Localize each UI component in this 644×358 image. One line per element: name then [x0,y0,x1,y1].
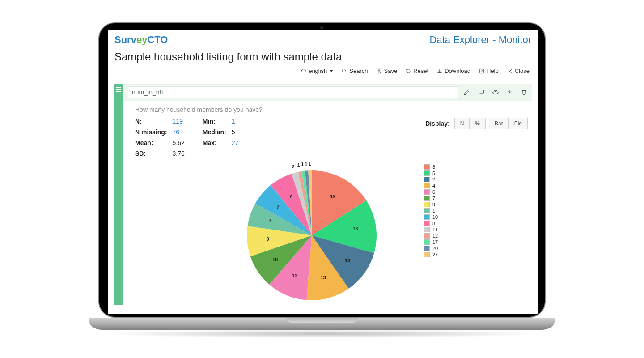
trash-icon[interactable] [521,89,528,96]
close-button[interactable]: Close [507,68,530,74]
stat-sd-label: SD: [135,150,167,157]
pie-slice-label: 10 [272,257,278,262]
stat-mean-value: 5.62 [173,139,185,146]
pie-slice-label: 7 [289,194,292,199]
stat-sd-value: 3.76 [173,150,185,157]
legend-row[interactable]: 10 [424,214,438,220]
export-icon[interactable] [506,89,513,96]
legend-swatch [424,164,430,170]
variable-drag-handle[interactable] [114,84,123,305]
close-icon [507,68,513,74]
svg-point-2 [481,72,482,72]
brand-part-2: ey [136,34,147,46]
stats-col-2: Min: 1 Median: 5 Max: 27 [203,118,238,146]
search-button[interactable]: Search [341,68,368,74]
variable-header [123,84,532,101]
legend-row[interactable]: 2 [424,177,438,182]
legend-label: 1 [432,208,435,213]
legend-label: 10 [432,214,438,220]
legend-swatch [424,177,430,182]
menu-icon [116,87,121,92]
pie-slice-label: 1 [301,162,304,167]
variable-panel: How many household members do you have? … [114,84,532,305]
language-label: english [309,68,327,74]
display-n-button[interactable]: N [454,118,470,129]
stat-min-value[interactable]: 1 [232,118,239,125]
pie-slice-label: 7 [269,218,271,223]
language-dropdown[interactable]: english [301,68,333,74]
pie-slice-label: 1 [305,162,307,166]
legend-label: 2 [432,177,435,182]
legend-row[interactable]: 1 [424,208,438,213]
variable-actions [463,89,528,96]
legend-swatch [424,214,430,220]
stat-nmiss-label: N missing: [135,128,167,136]
legend-swatch [424,246,430,251]
visibility-icon[interactable] [492,89,499,96]
download-button[interactable]: Download [436,68,470,74]
legend-row[interactable]: 8 [424,221,438,226]
legend-swatch [424,227,430,232]
stat-max-label: Max: [203,139,226,146]
variable-name-input[interactable] [128,86,458,98]
legend-row[interactable]: 12 [424,233,438,239]
pie-legend: 352467911081112172027 [424,163,438,258]
display-bar-button[interactable]: Bar [489,118,509,129]
close-label: Close [515,68,530,74]
legend-label: 3 [432,164,435,170]
comment-icon[interactable] [478,89,485,96]
chart-area: 191613131210977721111 352467911081112172… [123,157,532,305]
save-button[interactable]: Save [376,68,398,74]
stat-nmiss-value[interactable]: 76 [173,128,185,136]
pie-slice-label: 16 [352,226,358,231]
legend-swatch [424,183,430,188]
page-title: Sample household listing form with sampl… [108,47,538,66]
pie-slice-label: 1 [309,162,311,166]
laptop-shadow [103,330,541,338]
edit-icon[interactable] [463,89,470,96]
stat-n-label: N: [135,118,167,125]
stats-col-1: N: 119 N missing: 76 Mean: 5.62 SD: 3.76 [135,118,185,157]
svg-point-3 [495,91,496,93]
legend-row[interactable]: 9 [424,202,438,207]
display-pct-button[interactable]: % [470,118,486,129]
stat-n-value[interactable]: 119 [173,118,185,125]
reset-label: Reset [413,68,428,74]
legend-label: 7 [432,196,435,201]
legend-swatch [424,239,430,245]
legend-label: 11 [432,227,438,232]
legend-row[interactable]: 5 [424,170,438,176]
legend-swatch [424,189,430,195]
stat-median-label: Median: [203,128,226,136]
reset-button[interactable]: Reset [405,68,428,74]
display-group: Display: N% BarPie [425,118,528,129]
legend-row[interactable]: 20 [424,246,438,251]
pie-slice-label: 1 [297,162,300,168]
legend-row[interactable]: 27 [424,252,438,257]
legend-label: 9 [432,202,435,207]
legend-swatch [424,221,430,226]
download-label: Download [445,68,470,74]
display-pie-button[interactable]: Pie [509,118,528,129]
legend-label: 6 [432,189,435,195]
legend-row[interactable]: 17 [424,239,438,245]
download-icon [436,68,443,74]
search-label: Search [349,68,368,74]
stat-max-value[interactable]: 27 [232,139,239,146]
help-icon [479,68,485,74]
pie-slice-label: 19 [330,194,335,199]
legend-row[interactable]: 3 [424,164,438,170]
legend-row[interactable]: 4 [424,183,438,188]
stats-row: N: 119 N missing: 76 Mean: 5.62 SD: 3.76… [123,118,532,157]
app-screen: SurveyCTO Data Explorer - Monitor Sample… [108,30,538,314]
legend-row[interactable]: 7 [424,196,438,201]
legend-swatch [424,208,430,213]
reset-icon [405,68,411,74]
help-button[interactable]: Help [479,68,499,74]
legend-row[interactable]: 6 [424,189,438,195]
pie-slice-label: 9 [267,236,269,242]
legend-row[interactable]: 11 [424,227,438,232]
brand-part-1: Surv [114,34,136,46]
laptop-device: SurveyCTO Data Explorer - Monitor Sample… [89,22,555,345]
search-icon [341,68,347,74]
